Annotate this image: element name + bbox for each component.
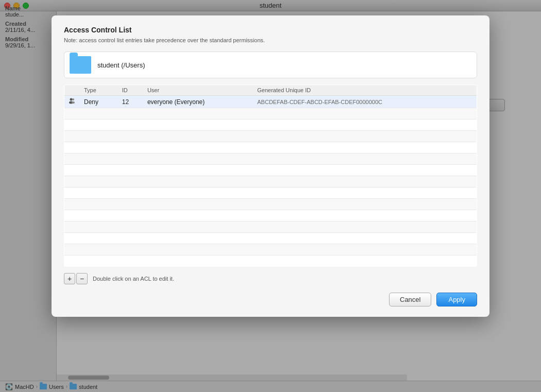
apply-button[interactable]: Apply (436, 293, 477, 306)
empty-row-7 (64, 176, 477, 188)
row-icon-cell (64, 96, 80, 108)
empty-row-6 (64, 165, 477, 176)
empty-row-5 (64, 154, 477, 165)
add-acl-button[interactable]: + (64, 273, 75, 284)
empty-row-12 (64, 233, 477, 244)
col-id-header: ID (118, 85, 143, 96)
modal-dialog: Access Control List Note: access control… (52, 15, 489, 317)
folder-label: student (/Users) (97, 61, 145, 69)
col-user-header: User (143, 85, 253, 96)
empty-row-9 (64, 199, 477, 210)
remove-acl-button[interactable]: − (76, 273, 88, 284)
svg-point-3 (72, 101, 75, 104)
svg-point-1 (72, 98, 74, 100)
acl-hint: Double click on an ACL to edit it. (93, 276, 174, 282)
row-user: everyone (Everyone) (143, 96, 253, 108)
empty-row-1 (64, 108, 477, 120)
empty-row-8 (64, 188, 477, 199)
modal-title: Access Control List (64, 26, 477, 34)
modal-bottom: + − Double click on an ACL to edit it. (64, 273, 477, 284)
group-icon (69, 97, 76, 105)
folder-icon-large (70, 56, 91, 74)
modal-overlay: Access Control List Note: access control… (0, 0, 541, 392)
row-guid: ABCDEFAB-CDEF-ABCD-EFAB-CDEF0000000C (253, 96, 477, 108)
svg-point-0 (70, 98, 73, 101)
empty-row-11 (64, 221, 477, 233)
modal-actions: Cancel Apply (64, 293, 477, 306)
cancel-button[interactable]: Cancel (389, 293, 431, 306)
acl-table-header: Type ID User Generated Unique ID (64, 85, 477, 96)
empty-row-4 (64, 142, 477, 154)
acl-table: Type ID User Generated Unique ID (64, 84, 477, 267)
col-icon (64, 85, 80, 96)
empty-row-3 (64, 131, 477, 142)
empty-row-2 (64, 120, 477, 131)
table-row[interactable]: Deny 12 everyone (Everyone) ABCDEFAB-CDE… (64, 96, 477, 108)
modal-note: Note: access control list entries take p… (64, 37, 477, 43)
empty-row-13 (64, 244, 477, 255)
empty-row-14 (64, 255, 477, 267)
col-type-header: Type (80, 85, 118, 96)
empty-row-10 (64, 210, 477, 221)
add-remove-controls: + − (64, 273, 88, 284)
col-guid-header: Generated Unique ID (253, 85, 477, 96)
row-type: Deny (80, 96, 118, 108)
folder-item-row: student (/Users) (64, 52, 477, 78)
row-id: 12 (118, 96, 143, 108)
